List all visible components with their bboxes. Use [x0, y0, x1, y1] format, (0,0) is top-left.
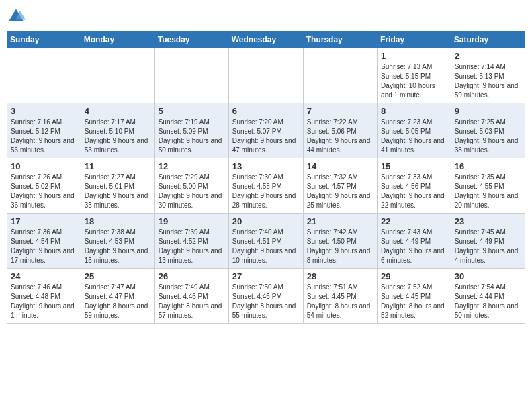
calendar-cell: 11Sunrise: 7:27 AM Sunset: 5:01 PM Dayli…: [81, 158, 154, 214]
calendar-cell: 10Sunrise: 7:26 AM Sunset: 5:02 PM Dayli…: [7, 158, 81, 214]
day-number: 26: [159, 271, 225, 281]
day-info: Sunrise: 7:25 AM Sunset: 5:03 PM Dayligh…: [455, 118, 521, 155]
day-info: Sunrise: 7:16 AM Sunset: 5:12 PM Dayligh…: [11, 118, 77, 155]
calendar-table: SundayMondayTuesdayWednesdayThursdayFrid…: [7, 31, 525, 324]
day-info: Sunrise: 7:50 AM Sunset: 4:46 PM Dayligh…: [232, 283, 300, 320]
calendar-week-row: 17Sunrise: 7:36 AM Sunset: 4:54 PM Dayli…: [7, 214, 525, 269]
day-info: Sunrise: 7:52 AM Sunset: 4:45 PM Dayligh…: [381, 283, 447, 320]
day-info: Sunrise: 7:33 AM Sunset: 4:56 PM Dayligh…: [381, 173, 447, 210]
weekday-header-thursday: Thursday: [303, 32, 377, 48]
day-info: Sunrise: 7:49 AM Sunset: 4:46 PM Dayligh…: [159, 283, 225, 320]
calendar-body: 1Sunrise: 7:13 AM Sunset: 5:15 PM Daylig…: [7, 48, 525, 324]
calendar-cell: 18Sunrise: 7:38 AM Sunset: 4:53 PM Dayli…: [81, 214, 154, 269]
calendar-cell: 29Sunrise: 7:52 AM Sunset: 4:45 PM Dayli…: [378, 269, 451, 324]
day-number: 8: [381, 106, 447, 116]
weekday-header-saturday: Saturday: [451, 32, 525, 48]
calendar-cell: 3Sunrise: 7:16 AM Sunset: 5:12 PM Daylig…: [7, 103, 81, 158]
calendar-cell: 15Sunrise: 7:33 AM Sunset: 4:56 PM Dayli…: [378, 158, 451, 214]
day-number: 1: [381, 51, 447, 61]
calendar-cell: 7Sunrise: 7:22 AM Sunset: 5:06 PM Daylig…: [303, 103, 377, 158]
day-number: 13: [232, 161, 300, 171]
calendar-cell: 2Sunrise: 7:14 AM Sunset: 5:13 PM Daylig…: [451, 48, 525, 103]
weekday-header-wednesday: Wednesday: [228, 32, 303, 48]
day-info: Sunrise: 7:29 AM Sunset: 5:00 PM Dayligh…: [159, 173, 225, 210]
day-info: Sunrise: 7:47 AM Sunset: 4:47 PM Dayligh…: [85, 283, 151, 320]
day-info: Sunrise: 7:32 AM Sunset: 4:57 PM Dayligh…: [307, 173, 373, 210]
calendar-cell: 16Sunrise: 7:35 AM Sunset: 4:55 PM Dayli…: [451, 158, 525, 214]
calendar-cell: [154, 48, 228, 103]
day-info: Sunrise: 7:38 AM Sunset: 4:53 PM Dayligh…: [85, 228, 151, 265]
day-number: 15: [381, 161, 447, 171]
weekday-header-monday: Monday: [81, 32, 154, 48]
day-number: 2: [455, 51, 521, 61]
day-info: Sunrise: 7:23 AM Sunset: 5:05 PM Dayligh…: [381, 118, 447, 155]
day-info: Sunrise: 7:19 AM Sunset: 5:09 PM Dayligh…: [159, 118, 225, 155]
logo-icon: [7, 7, 26, 26]
day-number: 17: [11, 216, 77, 226]
calendar-cell: [81, 48, 154, 103]
day-number: 25: [85, 271, 151, 281]
weekday-header-sunday: Sunday: [7, 32, 81, 48]
day-number: 16: [455, 161, 521, 171]
day-info: Sunrise: 7:39 AM Sunset: 4:52 PM Dayligh…: [159, 228, 225, 265]
calendar-cell: [228, 48, 303, 103]
day-info: Sunrise: 7:36 AM Sunset: 4:54 PM Dayligh…: [11, 228, 77, 265]
day-number: 5: [159, 106, 225, 116]
weekday-header-tuesday: Tuesday: [154, 32, 228, 48]
calendar-cell: 23Sunrise: 7:45 AM Sunset: 4:49 PM Dayli…: [451, 214, 525, 269]
calendar-cell: 24Sunrise: 7:46 AM Sunset: 4:48 PM Dayli…: [7, 269, 81, 324]
day-info: Sunrise: 7:14 AM Sunset: 5:13 PM Dayligh…: [455, 62, 521, 100]
day-number: 12: [159, 161, 225, 171]
day-number: 21: [307, 216, 373, 226]
calendar-cell: 8Sunrise: 7:23 AM Sunset: 5:05 PM Daylig…: [378, 103, 451, 158]
day-info: Sunrise: 7:51 AM Sunset: 4:45 PM Dayligh…: [307, 283, 373, 320]
calendar-cell: 1Sunrise: 7:13 AM Sunset: 5:15 PM Daylig…: [378, 48, 451, 103]
calendar-cell: 17Sunrise: 7:36 AM Sunset: 4:54 PM Dayli…: [7, 214, 81, 269]
calendar-week-row: 24Sunrise: 7:46 AM Sunset: 4:48 PM Dayli…: [7, 269, 525, 324]
calendar-cell: 12Sunrise: 7:29 AM Sunset: 5:00 PM Dayli…: [154, 158, 228, 214]
calendar-cell: 28Sunrise: 7:51 AM Sunset: 4:45 PM Dayli…: [303, 269, 377, 324]
day-info: Sunrise: 7:40 AM Sunset: 4:51 PM Dayligh…: [232, 228, 300, 265]
day-number: 7: [307, 106, 373, 116]
calendar-header: SundayMondayTuesdayWednesdayThursdayFrid…: [7, 32, 525, 48]
day-number: 28: [307, 271, 373, 281]
day-info: Sunrise: 7:45 AM Sunset: 4:49 PM Dayligh…: [455, 228, 521, 265]
day-number: 27: [232, 271, 300, 281]
day-number: 29: [381, 271, 447, 281]
day-number: 22: [381, 216, 447, 226]
day-info: Sunrise: 7:27 AM Sunset: 5:01 PM Dayligh…: [85, 173, 151, 210]
calendar-cell: 25Sunrise: 7:47 AM Sunset: 4:47 PM Dayli…: [81, 269, 154, 324]
day-info: Sunrise: 7:17 AM Sunset: 5:10 PM Dayligh…: [85, 118, 151, 155]
day-number: 20: [232, 216, 300, 226]
calendar-cell: 27Sunrise: 7:50 AM Sunset: 4:46 PM Dayli…: [228, 269, 303, 324]
day-info: Sunrise: 7:43 AM Sunset: 4:49 PM Dayligh…: [381, 228, 447, 265]
calendar-cell: 26Sunrise: 7:49 AM Sunset: 4:46 PM Dayli…: [154, 269, 228, 324]
calendar-cell: 20Sunrise: 7:40 AM Sunset: 4:51 PM Dayli…: [228, 214, 303, 269]
calendar-week-row: 10Sunrise: 7:26 AM Sunset: 5:02 PM Dayli…: [7, 158, 525, 214]
calendar-cell: 9Sunrise: 7:25 AM Sunset: 5:03 PM Daylig…: [451, 103, 525, 158]
weekday-header-row: SundayMondayTuesdayWednesdayThursdayFrid…: [7, 32, 525, 48]
calendar-cell: 4Sunrise: 7:17 AM Sunset: 5:10 PM Daylig…: [81, 103, 154, 158]
day-info: Sunrise: 7:54 AM Sunset: 4:44 PM Dayligh…: [455, 283, 521, 320]
calendar-cell: [303, 48, 377, 103]
day-number: 18: [85, 216, 151, 226]
day-number: 23: [455, 216, 521, 226]
calendar-cell: 14Sunrise: 7:32 AM Sunset: 4:57 PM Dayli…: [303, 158, 377, 214]
day-number: 9: [455, 106, 521, 116]
day-number: 24: [11, 271, 77, 281]
day-info: Sunrise: 7:35 AM Sunset: 4:55 PM Dayligh…: [455, 173, 521, 210]
day-info: Sunrise: 7:46 AM Sunset: 4:48 PM Dayligh…: [11, 283, 77, 320]
day-info: Sunrise: 7:20 AM Sunset: 5:07 PM Dayligh…: [232, 118, 300, 155]
calendar-cell: 21Sunrise: 7:42 AM Sunset: 4:50 PM Dayli…: [303, 214, 377, 269]
day-number: 19: [159, 216, 225, 226]
day-info: Sunrise: 7:26 AM Sunset: 5:02 PM Dayligh…: [11, 173, 77, 210]
day-info: Sunrise: 7:30 AM Sunset: 4:58 PM Dayligh…: [232, 173, 300, 210]
calendar-cell: 30Sunrise: 7:54 AM Sunset: 4:44 PM Dayli…: [451, 269, 525, 324]
logo: [7, 7, 28, 26]
day-number: 6: [232, 106, 300, 116]
day-info: Sunrise: 7:22 AM Sunset: 5:06 PM Dayligh…: [307, 118, 373, 155]
weekday-header-friday: Friday: [378, 32, 451, 48]
calendar-week-row: 1Sunrise: 7:13 AM Sunset: 5:15 PM Daylig…: [7, 48, 525, 103]
calendar-cell: 19Sunrise: 7:39 AM Sunset: 4:52 PM Dayli…: [154, 214, 228, 269]
day-number: 11: [85, 161, 151, 171]
